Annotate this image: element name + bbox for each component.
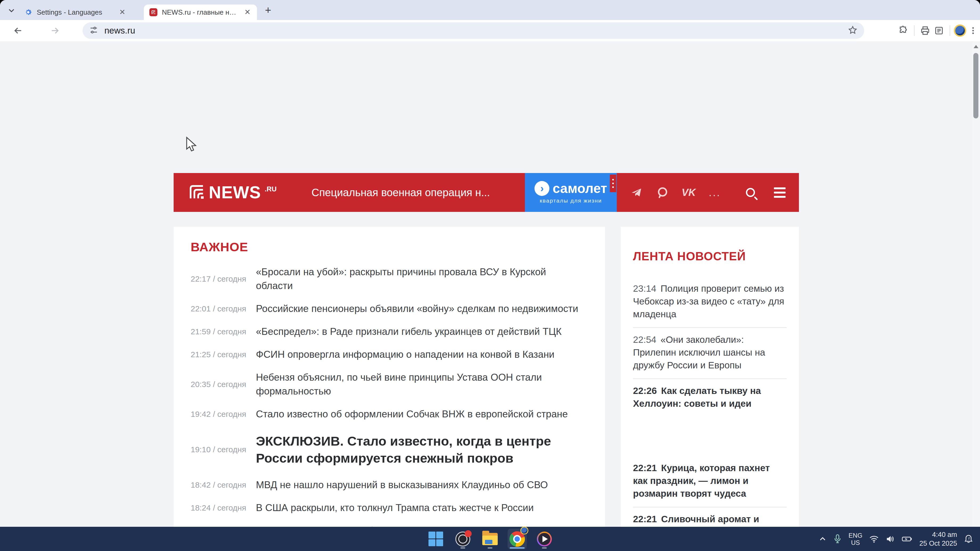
- news-time: 20:35 / сегодня: [191, 380, 256, 389]
- toolbar-divider: [914, 25, 915, 36]
- important-section: ВАЖНОЕ 22:17 / сегодня «Бросали на убой»…: [173, 227, 605, 527]
- chrome-icon[interactable]: [508, 529, 527, 549]
- news-title[interactable]: Стало известно об оформлении Собчак ВНЖ …: [256, 407, 584, 421]
- profile-avatar[interactable]: [954, 24, 966, 37]
- browser-tabstrip: Settings - Languages ✕ NEWS.ru - главные…: [0, 0, 980, 20]
- address-bar[interactable]: news.ru: [83, 22, 864, 39]
- feed-time: 23:14: [633, 283, 657, 294]
- notification-bell-icon[interactable]: z: [964, 534, 973, 544]
- scrollbar-up-arrow[interactable]: [974, 45, 978, 48]
- feed-time: 22:26: [633, 386, 657, 396]
- tab-title: Settings - Languages: [37, 8, 114, 16]
- news-title[interactable]: Появились новые подробности о пострадавш…: [256, 524, 584, 527]
- news-row: 18:24 / сегодня В США раскрыли, кто толк…: [191, 497, 584, 519]
- tab-newsru[interactable]: NEWS.ru - главные новости д... ✕: [144, 5, 257, 20]
- logo-word: NEWS: [209, 184, 261, 201]
- news-time: 21:25 / сегодня: [191, 350, 256, 359]
- page-content: NEWS .RU Специальная военная операция н.…: [0, 41, 980, 527]
- samolet-ad-banner[interactable]: › самолет кварталы для жизни: [525, 173, 617, 212]
- news-row: 21:59 / сегодня «Беспредел»: в Раде приз…: [191, 320, 584, 343]
- taskbar-center-icons: [426, 529, 554, 549]
- wifi-icon[interactable]: [869, 535, 879, 543]
- close-tab-icon[interactable]: ✕: [243, 8, 252, 17]
- svg-text:z: z: [968, 536, 970, 540]
- chevron-up-icon[interactable]: [819, 535, 827, 543]
- forward-icon[interactable]: [48, 24, 62, 38]
- page-scrollbar[interactable]: [972, 41, 980, 527]
- site-header: NEWS .RU Специальная военная операция н.…: [173, 173, 799, 212]
- file-explorer-icon[interactable]: [480, 529, 500, 549]
- more-dots-icon[interactable]: ...: [708, 186, 721, 199]
- feed-time: 22:21: [633, 463, 657, 473]
- close-tab-icon[interactable]: ✕: [118, 8, 126, 17]
- system-tray: ENGUS 4:40 am 25 Oct 2025 z: [819, 530, 973, 548]
- telegram-icon[interactable]: [630, 186, 643, 199]
- news-title[interactable]: ФСИН опровергла информацию о нападении н…: [256, 348, 584, 362]
- news-time: 18:42 / сегодня: [191, 481, 256, 489]
- feed-item[interactable]: 22:21Курица, которая пахнет как праздник…: [633, 456, 787, 507]
- ad-options-icon[interactable]: [610, 175, 616, 192]
- feed-item[interactable]: 23:14Полиция проверит семью из Чебоксар …: [633, 277, 787, 327]
- media-player-icon[interactable]: [535, 529, 554, 549]
- date: 25 Oct 2025: [919, 539, 957, 548]
- dzen-icon[interactable]: [656, 186, 669, 199]
- important-news-list: 22:17 / сегодня «Бросали на убой»: раскр…: [191, 260, 584, 527]
- tab-search-chevron-icon[interactable]: [8, 6, 16, 16]
- news-title[interactable]: Небензя объяснил, по чьей вине принципы …: [256, 370, 584, 398]
- news-time: 18:24 / сегодня: [191, 503, 256, 513]
- feed-time: 22:21: [633, 514, 657, 524]
- kebab-menu-icon[interactable]: [966, 24, 980, 38]
- feed-item[interactable]: 22:54«Они заколебали»: Прилепин исключил…: [633, 328, 787, 378]
- clock[interactable]: 4:40 am 25 Oct 2025: [919, 530, 957, 548]
- reading-list-icon[interactable]: [932, 24, 946, 38]
- banner-subtitle: кварталы для жизни: [540, 197, 602, 204]
- language-indicator[interactable]: ENGUS: [848, 532, 862, 546]
- obs-icon[interactable]: [453, 529, 473, 549]
- news-time: 19:10 / сегодня: [191, 445, 256, 454]
- news-row: 19:10 / сегодня ЭКСКЛЮЗИВ. Стало известн…: [191, 426, 584, 473]
- time: 4:40 am: [919, 530, 957, 539]
- news-time: 19:42 / сегодня: [191, 410, 256, 419]
- breaking-news-ticker[interactable]: Специальная военная операция н...: [277, 187, 525, 198]
- url-text: news.ru: [104, 25, 842, 36]
- search-icon[interactable]: [744, 186, 757, 199]
- news-title[interactable]: «Бросали на убой»: раскрыты причины пров…: [256, 265, 584, 293]
- toolbar-divider: [950, 25, 950, 36]
- news-title[interactable]: МВД не нашло нарушений в высказываниях К…: [256, 478, 584, 492]
- newsru-logo[interactable]: NEWS .RU: [173, 184, 277, 201]
- news-row: 19:42 / сегодня Стало известно об оформл…: [191, 403, 584, 426]
- gear-icon: [24, 8, 32, 16]
- news-row: 20:35 / сегодня Небензя объяснил, по чье…: [191, 366, 584, 403]
- back-icon[interactable]: [11, 24, 25, 38]
- news-row: 18:42 / сегодня МВД не нашло нарушений в…: [191, 473, 584, 497]
- tune-icon[interactable]: [89, 25, 99, 36]
- news-title[interactable]: В США раскрыли, кто толкнул Трампа стать…: [256, 501, 584, 515]
- news-row: 21:25 / сегодня ФСИН опровергла информац…: [191, 343, 584, 366]
- extensions-icon[interactable]: [896, 24, 910, 38]
- start-icon[interactable]: [426, 529, 445, 549]
- section-heading: ВАЖНОЕ: [191, 240, 584, 254]
- vk-icon[interactable]: VK: [682, 186, 695, 199]
- tab-title: NEWS.ru - главные новости д...: [162, 8, 239, 16]
- microphone-icon[interactable]: [834, 534, 842, 544]
- news-row: 22:17 / сегодня «Бросали на убой»: раскр…: [191, 260, 584, 297]
- speaker-icon[interactable]: [886, 535, 895, 543]
- feed-item[interactable]: 22:26Как сделать тыкву на Хеллоуин: сове…: [633, 379, 787, 417]
- print-icon[interactable]: [918, 24, 932, 38]
- battery-icon[interactable]: [902, 535, 912, 543]
- new-tab-button[interactable]: +: [265, 5, 271, 16]
- tab-settings[interactable]: Settings - Languages ✕: [19, 5, 132, 20]
- menu-icon[interactable]: [774, 187, 786, 198]
- feed-ad-placeholder: [633, 417, 787, 456]
- news-feed-section: ЛЕНТА НОВОСТЕЙ 23:14Полиция проверит сем…: [621, 227, 799, 527]
- news-title[interactable]: Российские пенсионеры объявили «войну» с…: [256, 302, 584, 316]
- screen: Settings - Languages ✕ NEWS.ru - главные…: [0, 0, 980, 551]
- newsru-favicon: [149, 8, 158, 16]
- news-title[interactable]: «Беспредел»: в Раде признали гибель укра…: [256, 325, 584, 338]
- feed-time: 22:54: [633, 334, 657, 345]
- feed-item[interactable]: 22:21Сливочный аромат и мягкое мясо — ку…: [633, 507, 787, 527]
- scrollbar-thumb[interactable]: [973, 53, 978, 119]
- bookmark-star-icon[interactable]: [848, 25, 858, 36]
- news-time: 22:17 / сегодня: [191, 275, 256, 284]
- news-title[interactable]: ЭКСКЛЮЗИВ. Стало известно, когда в центр…: [256, 433, 584, 467]
